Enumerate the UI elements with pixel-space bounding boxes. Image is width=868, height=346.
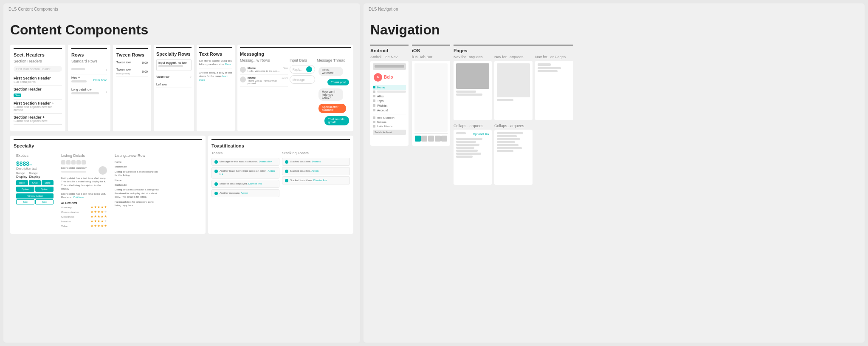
nav-item-wishlist[interactable]: Wishlist — [373, 103, 406, 108]
right-panel-title: Navigation — [370, 22, 858, 38]
listing-view-card: Listing...view Row Name Subheader Listin… — [112, 151, 163, 230]
msg-avatar-2 — [240, 77, 246, 82]
host-switch[interactable]: Switch for Host — [373, 130, 406, 135]
messaging-rows-card: Messag...w Rows Name Hello, Welcome to t… — [240, 58, 288, 129]
android-title: Android — [370, 48, 409, 53]
left-panel-title: Content Components — [10, 22, 353, 38]
toast-icon-4 — [214, 192, 218, 195]
tween-row-1: Tween row 0.00 — [116, 59, 148, 66]
toast-icon-2 — [214, 170, 218, 173]
ios-trips-tab[interactable] — [435, 136, 441, 142]
nav-item-invite[interactable]: Invite Friends — [373, 124, 406, 128]
chat-received-2: How can I help you today? — [318, 88, 343, 101]
listing-avatar — [99, 166, 107, 175]
left-panel-label: DLS Content Components — [8, 7, 58, 11]
atlas-icon — [373, 95, 375, 97]
messaging-top-card: Messaging Messag...w Rows Name Hello, We… — [237, 45, 353, 131]
listing-details-card: Listing Details Listing detail summary — [59, 151, 110, 230]
wishlist-icon — [373, 104, 375, 107]
msg-avatar-1 — [240, 67, 246, 73]
input-bar-2[interactable]: Message — [290, 75, 315, 84]
nav-item-account[interactable]: Account — [373, 108, 406, 113]
search-placeholder: First Multi Section Header — [16, 68, 51, 71]
nav-arquees-2: Nav for...arquees — [494, 55, 533, 120]
pages-title: Pages — [454, 48, 573, 53]
pages-section: Pages Nav for...arquees Nav for... — [454, 45, 573, 185]
thread-container: Hello, welcome! Thank you! How can I hel… — [317, 65, 351, 129]
ios-profile-tab[interactable] — [441, 136, 447, 142]
chat-highlight-1: Special offer available! — [318, 104, 346, 113]
collapse-1-label: Collaps...arquees — [454, 124, 492, 128]
specialty-rows-content: Input suggest, no icon Value row › Left … — [156, 59, 192, 88]
collapse-2-label: Collaps...arquees — [494, 124, 533, 128]
collapse-card-1: Optional link — [454, 130, 492, 185]
belo-logo-circle: b — [374, 73, 382, 82]
specialty-section-card: Specialty Exotics $888•• Description tex… — [10, 136, 206, 234]
pages-content: Nav for...arquees Nav for...arquees — [454, 55, 573, 185]
nav-item-trips[interactable]: Trips — [373, 99, 406, 103]
invite-icon — [373, 125, 375, 128]
send-button[interactable] — [306, 66, 312, 72]
ios-map-tab[interactable] — [428, 136, 434, 142]
tween-row-2: Tween row label/priority 0.00 — [116, 66, 148, 77]
pages-card-3 — [535, 61, 573, 120]
nav-er-pages-label: Nav for...er Pages — [535, 55, 573, 59]
collapse-row: Collaps...arquees Optional link — [454, 124, 573, 185]
nav-item-search[interactable] — [373, 90, 406, 94]
row-item-1: › — [71, 66, 107, 74]
msg-content-2: Name There was a Tramcar that passed... — [248, 77, 280, 85]
sect-headers-title: Sect. Headers — [14, 52, 62, 57]
nav-arquees-1: Nav for...arquees — [454, 55, 492, 120]
toast-4: Another message. Action — [211, 189, 279, 197]
settings-icon — [373, 121, 375, 123]
ios-sub: iOS Tab Bar — [412, 55, 450, 59]
input-bar-1[interactable]: Reply... — [290, 65, 315, 74]
nav-arquees-1-label: Nav for...arquees — [454, 55, 492, 59]
top-sections: Sect. Headers Section Headers First Mult… — [10, 45, 353, 131]
nav-sections-row: Android Androi...ide Nav b Belo Home — [370, 45, 858, 185]
msg-row-1: Name Hello, Welcome to the app... Now — [240, 65, 288, 75]
specialty-rows-card: Specialty Rows Input suggest, no icon Va… — [154, 45, 194, 131]
nav-item-home[interactable]: Home — [373, 85, 406, 90]
sect-header-item-1: First Section Header Sub detail points — [14, 74, 62, 85]
text-rows-card: Text Rows Set filter is paid for using t… — [197, 45, 235, 131]
stacking-toast-icon-1 — [285, 160, 288, 164]
ios-search-tab[interactable] — [421, 136, 427, 142]
nav-item-atlas[interactable]: Atlas — [373, 94, 406, 99]
content-components-panel: DLS Content Components Content Component… — [3, 3, 360, 343]
sect-header-item-2: Section Header New — [14, 85, 62, 99]
nav-item-settings[interactable]: Settings — [373, 120, 406, 124]
android-sidebar-menu: Home Atlas Trips — [373, 85, 406, 143]
price-display: $888•• — [16, 160, 54, 167]
ios-section: iOS iOS Tab Bar — [412, 45, 450, 185]
ios-title: iOS — [412, 48, 450, 53]
collapse-card-2 — [494, 130, 533, 185]
toast-2: Another toast. Something about an action… — [211, 167, 279, 179]
msg-content-1: Name Hello, Welcome to the app... — [248, 67, 281, 72]
mock-search-bar: First Multi Section Header — [14, 66, 62, 72]
search-icon — [373, 91, 375, 93]
stacking-toast-icon-3 — [285, 179, 288, 182]
toasts-card: Toasts Message for this toast notificati… — [211, 151, 279, 199]
stacking-toasts-card: Stacking Toasts Stacked toast one. Dismi… — [282, 151, 350, 199]
specialty-rows-title: Specialty Rows — [156, 51, 192, 57]
android-sub: Androi...ide Nav — [370, 55, 409, 59]
tween-rows-title: Tween Rows — [116, 52, 148, 57]
sect-header-item-3: First Section Header + Subtitle text app… — [14, 99, 62, 113]
rows-title: Rows — [71, 52, 107, 57]
tween-rows-card: Tween Rows Tween row 0.00 Tween row labe… — [113, 45, 151, 131]
ios-home-tab[interactable] — [415, 136, 421, 142]
toastifications-card: Toastifications Toasts Message for this … — [208, 136, 353, 234]
stacking-toast-1: Stacked toast one. Dismiss — [282, 158, 350, 166]
message-thread-card: Message Thread Hello, welcome! Thank you… — [317, 58, 351, 129]
toast-3: Success toast displayed. Dismiss link — [211, 180, 279, 188]
msg-row-2: Name There was a Tramcar that passed... … — [240, 75, 288, 87]
collapse-1: Collaps...arquees Optional link — [454, 124, 492, 185]
sect-header-item-4: Section Header + Subtitle text appears h… — [14, 113, 62, 125]
listing-agent-text: Listing detail has a text for a listing … — [61, 192, 107, 199]
android-header — [373, 63, 406, 70]
nav-item-help[interactable]: Help & Support — [373, 116, 406, 120]
android-section: Android Androi...ide Nav b Belo Home — [370, 45, 409, 185]
ios-tab-card — [412, 61, 450, 146]
pages-card-1 — [454, 61, 492, 120]
